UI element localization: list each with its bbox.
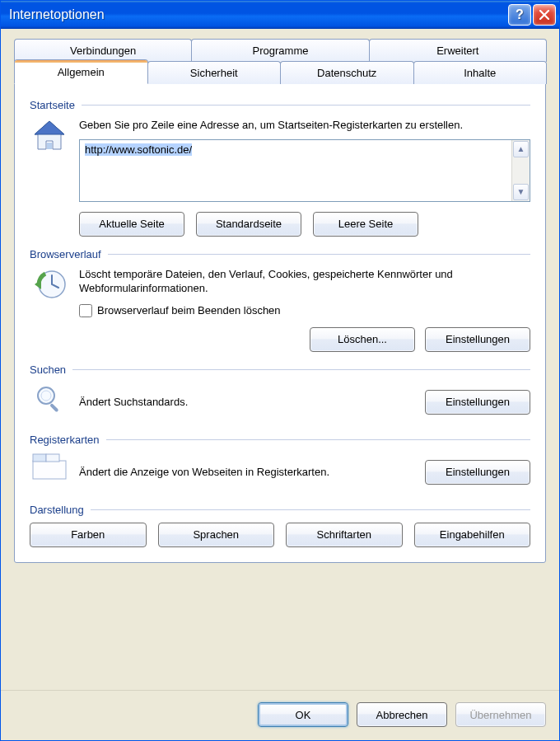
group-startseite: Startseite Geben Sie pro Zeile	[30, 99, 530, 237]
history-settings-button[interactable]: Einstellungen	[425, 327, 530, 352]
ok-button[interactable]: OK	[258, 702, 348, 727]
accessibility-button[interactable]: Eingabehilfen	[414, 523, 531, 547]
tabs-icon	[30, 453, 69, 492]
close-button[interactable]	[533, 4, 556, 26]
colors-button[interactable]: Farben	[30, 523, 147, 547]
help-button[interactable]: ?	[508, 4, 531, 26]
dialog-button-row: OK Abbrechen Übernehmen	[1, 690, 559, 740]
group-label-registerkarten: Registerkarten	[30, 434, 106, 446]
divider	[72, 369, 530, 370]
tabs-settings-button[interactable]: Einstellungen	[425, 460, 530, 485]
internet-options-dialog: Internetoptionen ? Verbindungen Programm…	[0, 0, 560, 741]
titlebar[interactable]: Internetoptionen ?	[1, 1, 559, 29]
group-label-startseite: Startseite	[30, 99, 82, 111]
homepage-url-input[interactable]	[80, 140, 511, 201]
blank-page-button[interactable]: Leere Seite	[313, 212, 418, 237]
scroll-down-icon[interactable]: ▼	[513, 184, 529, 200]
startpage-desc: Geben Sie pro Zeile eine Adresse an, um …	[79, 118, 530, 133]
group-label-darstellung: Darstellung	[30, 504, 91, 516]
divider	[82, 105, 530, 106]
svg-rect-10	[46, 454, 59, 462]
window-title: Internetoptionen	[9, 7, 506, 22]
group-label-suchen: Suchen	[30, 363, 72, 376]
divider	[106, 439, 530, 440]
group-darstellung: Darstellung Farben Sprachen Schriftarten…	[30, 504, 530, 547]
tab-erweitert[interactable]: Erweitert	[369, 39, 547, 62]
scrollbar[interactable]: ▲ ▼	[511, 140, 530, 201]
delete-on-exit-checkbox[interactable]: Browserverlauf beim Beenden löschen	[79, 304, 530, 317]
client-area: Verbindungen Programme Erweitert Allgeme…	[1, 29, 559, 690]
history-desc: Löscht temporäre Dateien, den Verlauf, C…	[79, 267, 530, 296]
tab-panel-allgemein: Startseite Geben Sie pro Zeile	[14, 83, 546, 563]
languages-button[interactable]: Sprachen	[158, 523, 275, 547]
svg-rect-2	[47, 143, 52, 149]
delete-on-exit-input[interactable]	[79, 304, 92, 317]
svg-rect-7	[49, 403, 58, 412]
delete-on-exit-label: Browserverlauf beim Beenden löschen	[97, 304, 281, 317]
close-icon	[539, 10, 549, 20]
tab-allgemein[interactable]: Allgemein	[14, 59, 148, 84]
group-suchen: Suchen Ändert Suchstandards.	[30, 363, 530, 422]
divider	[91, 509, 530, 510]
tab-programme[interactable]: Programme	[191, 39, 369, 62]
svg-rect-8	[33, 461, 66, 479]
group-browserverlauf: Browserverlauf	[30, 248, 530, 352]
current-page-button[interactable]: Aktuelle Seite	[79, 212, 184, 237]
scroll-up-icon[interactable]: ▲	[513, 141, 529, 157]
default-page-button[interactable]: Standardseite	[196, 212, 301, 237]
group-registerkarten: Registerkarten Ändert die Anzei	[30, 434, 530, 492]
divider	[108, 254, 530, 255]
tab-sicherheit[interactable]: Sicherheit	[147, 61, 282, 84]
svg-point-5	[38, 387, 54, 404]
cancel-button[interactable]: Abbrechen	[357, 702, 447, 727]
search-icon	[30, 382, 69, 422]
tab-strip: Verbindungen Programme Erweitert Allgeme…	[14, 39, 546, 563]
home-icon	[30, 118, 69, 157]
tabs-desc: Ändert die Anzeige von Webseiten in Regi…	[79, 465, 415, 480]
search-settings-button[interactable]: Einstellungen	[425, 390, 530, 415]
tab-verbindungen[interactable]: Verbindungen	[14, 39, 192, 62]
tab-inhalte[interactable]: Inhalte	[413, 61, 548, 84]
apply-button[interactable]: Übernehmen	[455, 702, 546, 727]
svg-rect-9	[33, 454, 46, 462]
search-desc: Ändert Suchstandards.	[79, 395, 415, 410]
fonts-button[interactable]: Schriftarten	[286, 523, 403, 547]
tab-datenschutz[interactable]: Datenschutz	[280, 61, 414, 84]
history-icon	[30, 267, 69, 307]
homepage-url-box: ▲ ▼	[79, 139, 530, 202]
svg-marker-1	[35, 121, 64, 134]
delete-history-button[interactable]: Löschen...	[310, 327, 415, 352]
group-label-browserverlauf: Browserverlauf	[30, 248, 108, 260]
